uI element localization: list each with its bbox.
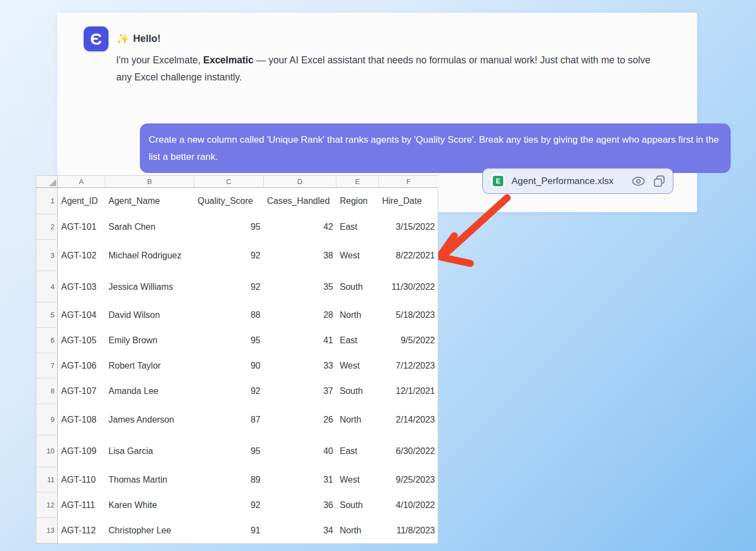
row-number[interactable]: 1 [36,188,58,214]
data-cell[interactable]: AGT-111 [58,493,105,518]
data-cell[interactable]: East [336,328,379,353]
data-cell[interactable]: 31 [264,467,336,493]
copy-icon[interactable] [654,175,665,187]
column-header-cell[interactable]: Agent_ID [58,188,105,214]
select-all-corner[interactable] [36,176,58,188]
data-cell[interactable]: 92 [194,240,264,271]
data-cell[interactable]: Robert Taylor [105,353,194,379]
row-number[interactable]: 13 [36,518,58,543]
data-cell[interactable]: 7/12/2023 [379,353,438,379]
data-cell[interactable]: North [336,302,379,328]
data-cell[interactable]: 40 [264,435,336,467]
data-cell[interactable]: 91 [194,518,264,543]
data-cell[interactable]: North [336,518,379,543]
data-cell[interactable]: Michael Rodriguez [105,240,194,271]
column-header-cell[interactable]: Cases_Handled [264,188,336,214]
column-letter-A[interactable]: A [58,176,105,188]
data-cell[interactable]: AGT-112 [58,518,105,543]
data-cell[interactable]: AGT-108 [58,404,105,435]
data-cell[interactable]: South [336,379,379,404]
data-cell[interactable]: 37 [264,379,336,404]
data-cell[interactable]: James Anderson [105,404,194,435]
data-cell[interactable]: 41 [264,328,336,353]
row-number[interactable]: 12 [36,493,58,518]
data-cell[interactable]: 9/25/2023 [379,467,438,493]
data-cell[interactable]: AGT-110 [58,467,105,493]
data-cell[interactable]: 5/18/2023 [379,302,438,328]
data-cell[interactable]: 8/22/2021 [379,240,438,271]
data-cell[interactable]: 11/8/2023 [379,518,438,543]
data-cell[interactable]: West [336,467,379,493]
data-cell[interactable]: Thomas Martin [105,467,194,493]
data-cell[interactable]: 95 [194,214,264,240]
data-cell[interactable]: West [336,240,379,271]
data-cell[interactable]: 88 [194,302,264,328]
data-cell[interactable]: East [336,435,379,467]
data-cell[interactable]: 26 [264,404,336,435]
data-cell[interactable]: 33 [264,353,336,379]
data-cell[interactable]: AGT-107 [58,379,105,404]
data-cell[interactable]: 92 [194,379,264,404]
data-cell[interactable]: 95 [194,435,264,467]
row-number[interactable]: 9 [36,404,58,435]
data-cell[interactable]: 34 [264,518,336,543]
data-cell[interactable]: Christopher Lee [105,518,194,543]
row-number[interactable]: 10 [36,435,58,467]
data-cell[interactable]: 92 [194,271,264,302]
row-number[interactable]: 8 [36,379,58,404]
data-cell[interactable]: 11/30/2022 [379,271,438,302]
column-letter-C[interactable]: C [194,176,264,188]
data-cell[interactable]: South [336,493,379,518]
data-cell[interactable]: 36 [264,493,336,518]
data-cell[interactable]: AGT-102 [58,240,105,271]
data-cell[interactable]: 90 [194,353,264,379]
data-cell[interactable]: 92 [194,493,264,518]
data-cell[interactable]: Amanda Lee [105,379,194,404]
column-header-cell[interactable]: Hire_Date [379,188,438,214]
data-cell[interactable]: AGT-105 [58,328,105,353]
data-cell[interactable]: 4/10/2022 [379,493,438,518]
data-cell[interactable]: West [336,353,379,379]
data-cell[interactable]: North [336,404,379,435]
data-cell[interactable]: AGT-101 [58,214,105,240]
data-cell[interactable]: 35 [264,271,336,302]
data-cell[interactable]: Lisa Garcia [105,435,194,467]
data-cell[interactable]: Karen White [105,493,194,518]
data-cell[interactable]: 2/14/2023 [379,404,438,435]
data-cell[interactable]: AGT-103 [58,271,105,302]
column-header-cell[interactable]: Region [336,188,379,214]
data-cell[interactable]: 6/30/2022 [379,435,438,467]
column-letter-D[interactable]: D [264,176,336,188]
data-cell[interactable]: 95 [194,328,264,353]
data-cell[interactable]: East [336,214,379,240]
data-cell[interactable]: AGT-104 [58,302,105,328]
row-number[interactable]: 6 [36,328,58,353]
data-cell[interactable]: Emily Brown [105,328,194,353]
column-letter-E[interactable]: E [336,176,379,188]
column-header-cell[interactable]: Agent_Name [105,188,194,214]
column-letter-B[interactable]: B [105,176,194,188]
data-cell[interactable]: 9/5/2022 [379,328,438,353]
data-cell[interactable]: 38 [264,240,336,271]
file-chip[interactable]: E Agent_Performance.xlsx [482,168,673,194]
row-number[interactable]: 2 [36,214,58,240]
data-cell[interactable]: 3/15/2022 [379,214,438,240]
row-number[interactable]: 7 [36,353,58,379]
data-cell[interactable]: Sarah Chen [105,214,194,240]
data-cell[interactable]: AGT-109 [58,435,105,467]
data-cell[interactable]: Jessica Williams [105,271,194,302]
data-cell[interactable]: AGT-106 [58,353,105,379]
column-letter-F[interactable]: F [379,176,438,188]
data-cell[interactable]: South [336,271,379,302]
row-number[interactable]: 3 [36,240,58,271]
row-number[interactable]: 5 [36,302,58,328]
data-cell[interactable]: 87 [194,404,264,435]
column-header-cell[interactable]: Quality_Score [194,188,264,214]
data-cell[interactable]: David Wilson [105,302,194,328]
data-cell[interactable]: 89 [194,467,264,493]
eye-icon[interactable] [632,176,645,187]
row-number[interactable]: 11 [36,467,58,493]
row-number[interactable]: 4 [36,271,58,302]
data-cell[interactable]: 42 [264,214,336,240]
data-cell[interactable]: 28 [264,302,336,328]
